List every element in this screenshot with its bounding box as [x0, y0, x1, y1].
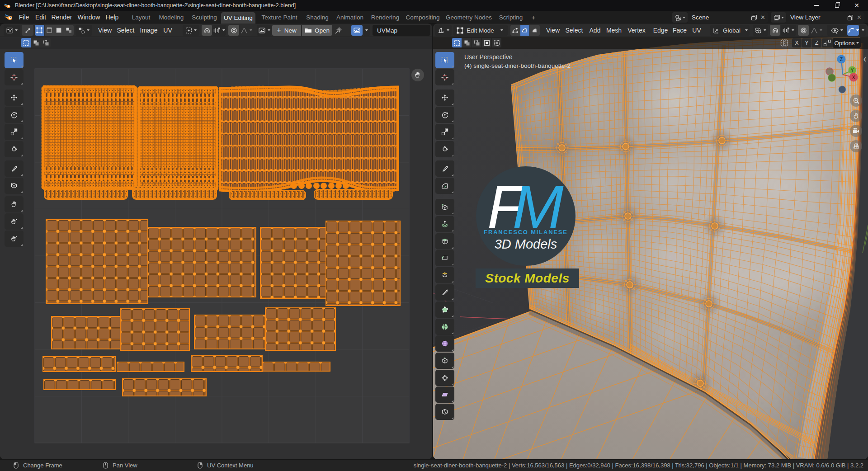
svg-text:Y: Y — [851, 68, 854, 73]
svg-text:Z: Z — [840, 57, 843, 62]
svg-text:X: X — [852, 75, 855, 80]
